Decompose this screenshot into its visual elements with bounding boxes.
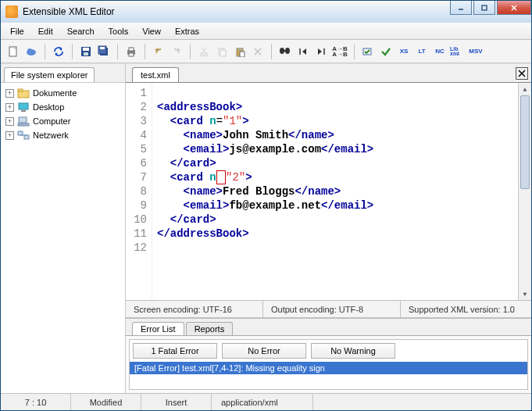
find-prev-icon[interactable] [295, 44, 311, 59]
vertical-scrollbar[interactable]: ▲ ▼ [518, 83, 531, 300]
window-title: Extensible XML Editor [23, 6, 448, 17]
sidebar: File system explorer + Dokumente + Deskt… [1, 64, 126, 393]
msv-icon[interactable]: MSV [468, 44, 484, 59]
svg-rect-44 [19, 117, 27, 123]
svg-rect-42 [19, 103, 28, 109]
open-cloud-icon[interactable] [23, 44, 39, 59]
copy-icon [214, 44, 230, 59]
status-insert: Insert [141, 394, 212, 410]
scroll-thumb[interactable] [520, 95, 530, 189]
menu-edit[interactable]: Edit [32, 25, 59, 38]
print-icon[interactable] [123, 44, 139, 59]
expand-icon[interactable]: + [5, 103, 14, 112]
svg-rect-43 [21, 110, 26, 112]
save-all-icon[interactable] [96, 44, 112, 59]
status-mime: application/xml [212, 394, 313, 410]
delete-icon [250, 44, 266, 59]
status-spacer [313, 394, 531, 410]
code-editor[interactable]: 123456789101112 <addressBook> <card n="1… [126, 83, 531, 301]
code-area[interactable]: <addressBook> <card n="1"> <name>John Sm… [152, 83, 518, 300]
menu-extras[interactable]: Extras [169, 25, 205, 38]
error-panel: Error List Reports 1 Fatal Error No Erro… [126, 318, 531, 393]
error-item[interactable]: [Fatal Error] test.xml[7,4-12]: Missing … [130, 362, 527, 374]
undo-icon[interactable] [151, 44, 166, 59]
xml-version: Supported XML version: 1.0 [401, 301, 531, 317]
menubar: File Edit Search Tools View Extras [1, 23, 531, 40]
redo-icon [169, 44, 184, 59]
scroll-down-icon[interactable]: ▼ [519, 288, 531, 300]
maximize-button[interactable] [473, 1, 495, 15]
lt-icon[interactable]: LT [414, 44, 430, 59]
screen-encoding: Screen encoding: UTF-16 [126, 301, 263, 317]
folder-icon [17, 88, 30, 98]
tree-node-dokumente[interactable]: + Dokumente [4, 86, 122, 100]
svg-rect-11 [83, 48, 89, 51]
no-warning-button[interactable]: No Warning [311, 343, 395, 359]
line-gutter: 123456789101112 [126, 83, 152, 300]
new-file-icon[interactable] [5, 44, 21, 59]
svg-rect-12 [84, 52, 88, 55]
error-list[interactable]: [Fatal Error] test.xml[7,4-12]: Missing … [130, 362, 527, 389]
find-next-icon[interactable] [313, 44, 329, 59]
paste-icon[interactable] [232, 44, 248, 59]
monitor-icon [17, 102, 30, 113]
svg-rect-47 [24, 135, 29, 139]
titlebar[interactable]: Extensible XML Editor [1, 1, 531, 23]
svg-marker-19 [155, 48, 158, 52]
expand-icon[interactable]: + [5, 117, 14, 126]
libxml-icon[interactable]: Lib xml [450, 44, 466, 59]
app-icon [5, 5, 18, 18]
menu-search[interactable]: Search [61, 25, 101, 38]
computer-icon [17, 116, 30, 127]
encoding-bar: Screen encoding: UTF-16 Output encoding:… [126, 301, 531, 318]
minimize-button[interactable] [450, 1, 472, 15]
svg-rect-41 [18, 89, 23, 91]
menu-file[interactable]: File [4, 25, 30, 38]
close-tab-icon[interactable] [516, 67, 528, 80]
tab-error-list[interactable]: Error List [132, 322, 184, 335]
tree-node-computer[interactable]: + Computer [4, 114, 122, 128]
cut-icon [196, 44, 212, 59]
validate-icon[interactable] [360, 44, 376, 59]
svg-marker-38 [318, 48, 322, 55]
tab-testxml[interactable]: test.xml [132, 67, 179, 82]
tree-label: Computer [33, 116, 70, 126]
svg-rect-26 [220, 50, 226, 56]
svg-rect-18 [129, 53, 134, 56]
menu-view[interactable]: View [136, 25, 167, 38]
status-position: 7 : 10 [1, 394, 71, 410]
svg-rect-34 [284, 50, 286, 52]
output-encoding: Output encoding: UTF-8 [263, 301, 401, 317]
nc-icon[interactable]: NC [432, 44, 448, 59]
expand-icon[interactable]: + [5, 131, 14, 140]
svg-rect-15 [100, 47, 105, 49]
xs-icon[interactable]: XS [396, 44, 412, 59]
close-button[interactable] [497, 1, 531, 15]
tab-reports[interactable]: Reports [186, 322, 234, 335]
scroll-up-icon[interactable]: ▲ [519, 83, 531, 95]
expand-icon[interactable]: + [5, 89, 14, 98]
menu-tools[interactable]: Tools [102, 25, 135, 38]
svg-rect-29 [240, 52, 245, 57]
tree-label: Dokumente [33, 88, 77, 98]
statusbar: 7 : 10 Modified Insert application/xml [1, 393, 531, 410]
no-error-button[interactable]: No Error [222, 343, 306, 359]
find-icon[interactable] [277, 44, 293, 59]
status-modified: Modified [71, 394, 141, 410]
save-icon[interactable] [78, 44, 94, 59]
tree-node-desktop[interactable]: + Desktop [4, 100, 122, 114]
svg-marker-36 [302, 48, 306, 55]
toolbar: A→BA→B XS LT NC Lib xml MSV [1, 40, 531, 63]
svg-rect-45 [18, 123, 29, 126]
sidebar-tab-explorer[interactable]: File system explorer [4, 67, 95, 82]
network-icon [17, 130, 30, 141]
tree-node-netzwerk[interactable]: + Netzwerk [4, 128, 122, 142]
svg-rect-17 [129, 48, 134, 51]
svg-rect-46 [18, 131, 23, 135]
svg-marker-20 [177, 48, 180, 52]
refresh-icon[interactable] [51, 44, 66, 59]
file-tree[interactable]: + Dokumente + Desktop + Computer + [1, 83, 125, 393]
check-icon[interactable] [378, 44, 394, 59]
replace-icon[interactable]: A→BA→B [331, 44, 348, 59]
fatal-error-button[interactable]: 1 Fatal Error [133, 343, 217, 359]
